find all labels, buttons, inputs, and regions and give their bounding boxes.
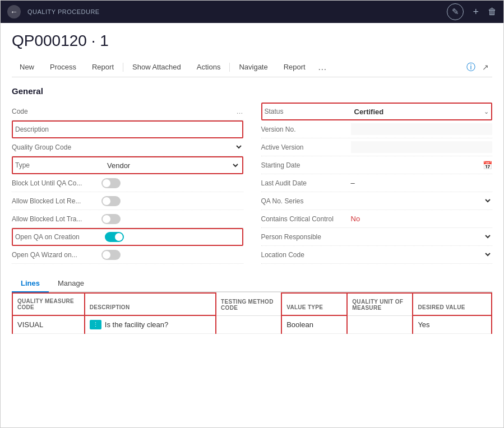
value-critical-control: No <box>351 215 493 223</box>
toggle-open-qa-creation[interactable] <box>105 232 124 242</box>
label-qa-no-series: QA No. Series <box>261 197 351 205</box>
input-code[interactable]: QP000120 <box>101 107 233 115</box>
input-active-version[interactable]: 1 <box>351 141 493 153</box>
field-starting-date: Starting Date 📅 <box>261 156 493 174</box>
tab-navigate[interactable]: Navigate <box>231 58 275 77</box>
value-open-qa-creation <box>105 232 240 242</box>
collapse-icon[interactable]: ↗ <box>479 61 492 74</box>
toggle-block-lot[interactable] <box>101 178 121 188</box>
lines-table: QUALITY MEASURE CODE DESCRIPTION TESTING… <box>12 292 492 334</box>
field-description: Description Vendor Check <box>12 120 243 138</box>
tab-show-attached[interactable]: Show Attached <box>124 58 189 77</box>
field-critical-control: Contains Critical Control No <box>261 210 493 228</box>
desc-cell: ⋮ Is the facility clean? <box>90 320 211 329</box>
label-open-qa-creation: Open QA on Creation <box>15 233 105 241</box>
field-active-version: Active Version 1 <box>261 138 493 156</box>
field-open-qa-wizard: Open QA Wizard on... <box>12 246 243 264</box>
label-allow-blocked-re: Allow Blocked Lot Re... <box>12 197 101 205</box>
tab-process[interactable]: Process <box>42 58 84 77</box>
input-starting-date[interactable] <box>351 161 480 169</box>
status-certified-text: Certified <box>354 108 384 116</box>
value-allow-blocked-re <box>101 196 243 206</box>
critical-control-text: No <box>351 215 360 223</box>
delete-icon: 🗑 <box>488 7 497 17</box>
td-quality-measure-code: VISUAL <box>12 315 85 334</box>
td-desired-value: Yes <box>413 315 492 334</box>
field-quality-group-code: Quality Group Code <box>12 138 243 156</box>
desc-menu-icon[interactable]: ⋮ <box>90 320 101 329</box>
label-critical-control: Contains Critical Control <box>261 215 351 223</box>
label-status: Status <box>265 108 354 115</box>
add-button[interactable]: + <box>473 6 479 18</box>
tab-manage[interactable]: Manage <box>49 275 93 292</box>
th-quality-uom: QUALITY UNIT OF MEASURE <box>347 293 413 315</box>
tab-actions[interactable]: Actions <box>189 58 229 77</box>
label-version-no: Version No. <box>261 125 351 133</box>
select-person-responsible[interactable] <box>351 232 493 241</box>
td-quality-uom <box>347 315 413 334</box>
dots-icon-code[interactable]: … <box>237 108 243 115</box>
tab-report2[interactable]: Report <box>276 58 313 77</box>
field-open-qa-creation: Open QA on Creation <box>12 228 243 246</box>
toggle-allow-blocked-re[interactable] <box>101 196 121 206</box>
value-description: Vendor Check <box>105 125 240 134</box>
form-left: Code QP000120 … Description Vendor Check… <box>12 103 243 264</box>
value-quality-group-code <box>101 142 243 152</box>
input-version-no[interactable]: 1 <box>351 123 493 135</box>
main-window: ← QUALITY PROCEDURE ✎ + 🗑 QP000120 · 1 N… <box>0 0 504 428</box>
th-testing-method-code: TESTING METHOD CODE <box>216 293 281 315</box>
delete-button[interactable]: 🗑 <box>488 7 497 17</box>
top-bar: ← QUALITY PROCEDURE ✎ + 🗑 <box>1 1 503 23</box>
last-audit-date-text: – <box>351 179 355 187</box>
label-type: Type <box>15 161 105 169</box>
value-location-code <box>351 250 493 259</box>
select-quality-group-code[interactable] <box>101 142 243 152</box>
field-code: Code QP000120 … <box>12 103 243 120</box>
select-type[interactable]: Vendor <box>105 161 240 170</box>
tab-more[interactable]: … <box>313 58 331 77</box>
value-block-lot <box>101 178 243 188</box>
field-person-responsible: Person Responsible <box>261 228 493 246</box>
edit-button[interactable]: ✎ <box>447 3 464 20</box>
td-value-type: Boolean <box>281 315 347 334</box>
tab-lines[interactable]: Lines <box>12 275 49 292</box>
value-last-audit-date: – <box>351 179 493 187</box>
content-area: QP000120 · 1 New Process Report Show Att… <box>1 23 503 427</box>
label-open-qa-wizard: Open QA Wizard on... <box>12 251 101 259</box>
th-value-type: VALUE TYPE <box>281 293 347 315</box>
input-description[interactable]: Vendor Check <box>105 125 240 134</box>
chevron-down-icon[interactable]: ⌄ <box>484 108 489 115</box>
toggle-allow-blocked-tra[interactable] <box>101 214 121 224</box>
label-location-code: Location Code <box>261 251 351 259</box>
th-desired-value: DESIRED VALUE <box>413 293 492 315</box>
field-last-audit-date: Last Audit Date – <box>261 174 493 192</box>
label-quality-group-code: Quality Group Code <box>12 143 101 151</box>
tab-new[interactable]: New <box>12 58 42 77</box>
label-person-responsible: Person Responsible <box>261 233 351 241</box>
back-button[interactable]: ← <box>7 5 21 18</box>
value-type: Vendor <box>105 161 240 170</box>
calendar-icon[interactable]: 📅 <box>483 161 492 170</box>
tab-report1[interactable]: Report <box>84 58 122 77</box>
label-block-lot: Block Lot Until QA Co... <box>12 179 101 187</box>
form-right: Status Certified ⌄ Version No. 1 Active … <box>261 103 493 264</box>
td-testing-method-code <box>216 315 281 334</box>
value-version-no: 1 <box>351 123 493 135</box>
toggle-open-qa-wizard[interactable] <box>101 250 121 260</box>
value-starting-date: 📅 <box>351 161 493 170</box>
label-allow-blocked-tra: Allow Blocked Lot Tra... <box>12 215 101 223</box>
select-location-code[interactable] <box>351 250 493 259</box>
field-type: Type Vendor <box>12 156 243 174</box>
table-row[interactable]: VISUAL ⋮ Is the facility clean? <box>12 315 492 334</box>
value-status: Certified ⌄ <box>354 108 489 116</box>
value-allow-blocked-tra <box>101 214 243 224</box>
th-quality-measure-code: QUALITY MEASURE CODE <box>12 293 85 315</box>
select-qa-no-series[interactable] <box>351 196 493 206</box>
info-icon[interactable]: ⓘ <box>463 59 479 76</box>
field-location-code: Location Code <box>261 246 493 264</box>
sep2 <box>229 63 230 72</box>
edit-icon: ✎ <box>452 7 459 17</box>
field-allow-blocked-tra: Allow Blocked Lot Tra... <box>12 210 243 228</box>
section-general-title: General <box>12 86 492 96</box>
form-grid: Code QP000120 … Description Vendor Check… <box>12 103 492 264</box>
